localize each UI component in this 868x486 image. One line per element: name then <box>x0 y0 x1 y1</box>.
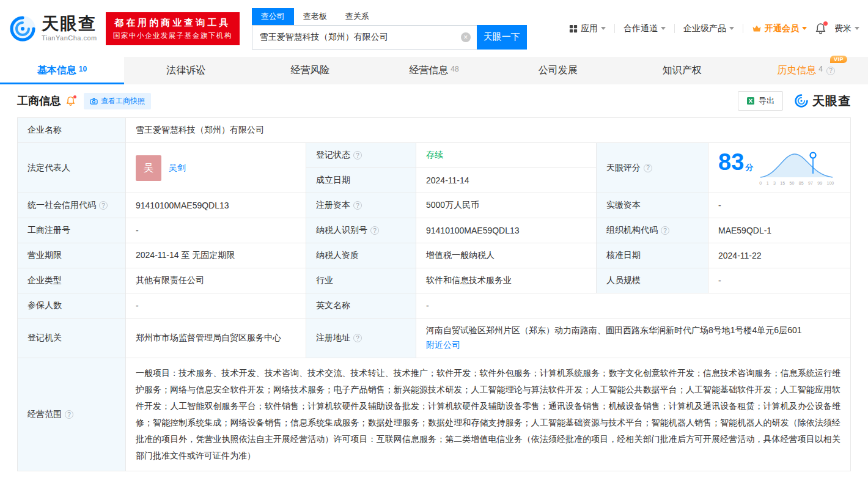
nav-user-account[interactable]: 费米 <box>834 23 859 34</box>
export-button[interactable]: 导出 <box>738 91 783 111</box>
monitor-bell[interactable] <box>66 96 75 106</box>
tab-intellectual-property[interactable]: 知识产权 <box>620 57 744 84</box>
value-score: 83分 0 1 3 <box>708 143 851 193</box>
divider <box>674 24 675 33</box>
tab-label: 基本信息 <box>37 64 76 77</box>
label-text: 登记机关 <box>28 333 62 342</box>
label-taxpayer-quality: 纳税人资质 <box>306 243 416 268</box>
label-text: 成立日期 <box>316 175 350 185</box>
table-row: 法定代表人 吴 吴剑 登记状态 ? 存续 <box>18 143 851 168</box>
nav-vip-label: 开通会员 <box>765 23 799 34</box>
table-row: 经营范围 ? 一般项目：技术服务、技术开发、技术咨询、技术交流、技术转让、技术推… <box>18 358 851 471</box>
nav-enterprise-products[interactable]: 企业级产品 <box>683 23 734 34</box>
nav-apps[interactable]: 应用 <box>569 23 606 34</box>
tab-label: 知识产权 <box>663 64 702 77</box>
tianyancha-brand-icon <box>794 94 809 108</box>
crown-icon <box>752 24 762 32</box>
search-button[interactable]: 天眼一下 <box>477 25 527 50</box>
help-icon[interactable]: ? <box>826 67 835 75</box>
top-nav: 应用 合作通道 企业级产品 开通会员 费米 <box>569 23 859 34</box>
value-company-type: 其他有限责任公司 <box>126 268 306 293</box>
search-tab-boss[interactable]: 查老板 <box>294 8 336 25</box>
tianyancha-logo[interactable]: 天眼查 TianYanCha.com <box>9 15 97 43</box>
search-tab-relation[interactable]: 查关系 <box>336 8 378 25</box>
table-row: 工商注册号 - 纳税人识别号 ? 91410100MAE59QDL13 组织机构… <box>18 218 851 243</box>
chevron-down-icon <box>601 27 606 30</box>
label-business-scope: 经营范围 ? <box>18 358 126 471</box>
label-paid-capital: 实缴资本 <box>597 193 708 218</box>
snapshot-button[interactable]: 查看工商快照 <box>84 93 151 109</box>
axis-tick: 15 <box>780 181 785 185</box>
clear-search-icon[interactable]: × <box>461 32 471 42</box>
tab-count-badge: 4 <box>818 65 823 73</box>
label-text: 组织机构代码 <box>606 225 658 236</box>
tab-operational-risk[interactable]: 经营风险 <box>248 57 372 84</box>
table-row: 营业期限 2024-11-14 至 无固定期限 纳税人资质 增值税一般纳税人 核… <box>18 243 851 268</box>
company-tabbar: 基本信息 10 法律诉讼 经营风险 经营信息 48 公司发展 知识产权 历史信息… <box>0 57 868 84</box>
search-box: × <box>252 25 477 50</box>
nearby-companies-link[interactable]: 附近公司 <box>426 340 460 351</box>
search-input[interactable] <box>252 26 477 49</box>
value-reg-address: 河南自贸试验区郑州片区（郑东）动力南路南、圃田西路东华润新时代广场8号地1号楼4… <box>416 318 851 358</box>
tab-basic-info[interactable]: 基本信息 10 <box>0 57 124 84</box>
divider <box>614 24 615 33</box>
help-icon[interactable]: ? <box>370 226 379 235</box>
help-icon[interactable]: ? <box>353 201 362 210</box>
value-text: - <box>136 226 139 235</box>
search-tabs: 查公司 查老板 查关系 <box>252 8 527 25</box>
label-text: 纳税人识别号 <box>316 225 367 236</box>
label-industry: 行业 <box>306 268 416 293</box>
axis-tick: 1 <box>767 181 769 185</box>
score-value[interactable]: 83分 <box>718 150 753 174</box>
notifications-bell[interactable] <box>815 23 826 34</box>
tab-history-info[interactable]: 历史信息 4 ? VIP <box>744 57 868 84</box>
tab-legal-proceedings[interactable]: 法律诉讼 <box>124 57 248 84</box>
label-business-term: 营业期限 <box>18 243 126 268</box>
help-icon[interactable]: ? <box>353 151 362 160</box>
label-reg-status: 登记状态 ? <box>306 143 416 168</box>
label-text: 企业类型 <box>28 275 62 285</box>
value-text: 5000万人民币 <box>426 200 479 210</box>
help-icon[interactable]: ? <box>99 201 108 210</box>
value-insured-count: - <box>126 293 306 318</box>
search-tab-company[interactable]: 查公司 <box>252 8 294 25</box>
legal-rep-avatar[interactable]: 吴 <box>136 155 161 181</box>
section-header: 工商信息 查看工商快照 导出 <box>17 84 851 117</box>
value-business-term: 2024-11-14 至 无固定期限 <box>126 243 306 268</box>
value-text: 郑州市市场监督管理局自贸区服务中心 <box>136 333 281 342</box>
promo-banner: 都在用的商业查询工具 国家中小企业发展子基金旗下机构 <box>106 12 240 45</box>
label-reg-number: 工商注册号 <box>18 218 126 243</box>
value-text: MAE59QDL-1 <box>718 226 771 235</box>
label-org-code: 组织机构代码 ? <box>597 218 708 243</box>
tab-label: 经营风险 <box>290 64 329 77</box>
nav-open-vip[interactable]: 开通会员 <box>752 23 807 34</box>
tab-count-badge: 48 <box>451 65 458 73</box>
table-row: 登记机关 郑州市市场监督管理局自贸区服务中心 注册地址 ? 河南自贸试验区郑州片… <box>18 318 851 358</box>
apps-grid-icon <box>569 24 578 33</box>
value-text: 91410100MAE59QDL13 <box>426 226 520 235</box>
label-text: 实缴资本 <box>606 200 641 210</box>
score-number: 83 <box>718 149 744 175</box>
notification-dot <box>823 21 828 26</box>
tab-business-info[interactable]: 经营信息 48 <box>372 57 496 84</box>
chevron-down-icon <box>729 27 734 30</box>
value-reg-capital: 5000万人民币 <box>416 193 597 218</box>
promo-line2: 国家中小企业发展子基金旗下机构 <box>113 31 232 40</box>
tab-company-development[interactable]: 公司发展 <box>496 57 620 84</box>
label-establish-date: 成立日期 <box>306 168 416 193</box>
label-text: 参保人数 <box>28 300 62 310</box>
value-staff-size: - <box>708 268 851 293</box>
help-icon[interactable]: ? <box>644 164 652 172</box>
camera-icon <box>90 98 98 105</box>
section-title: 工商信息 <box>17 94 61 108</box>
help-icon[interactable]: ? <box>65 410 73 419</box>
axis-tick: 99 <box>817 181 822 185</box>
help-icon[interactable]: ? <box>661 226 669 235</box>
help-icon[interactable]: ? <box>353 334 362 342</box>
snapshot-button-label: 查看工商快照 <box>101 96 145 106</box>
nav-cooperation[interactable]: 合作通道 <box>623 23 666 34</box>
nav-apps-label: 应用 <box>581 23 598 34</box>
table-row: 参保人数 - 英文名称 - <box>18 293 851 318</box>
legal-rep-link[interactable]: 吴剑 <box>169 163 186 174</box>
divider <box>743 24 743 33</box>
